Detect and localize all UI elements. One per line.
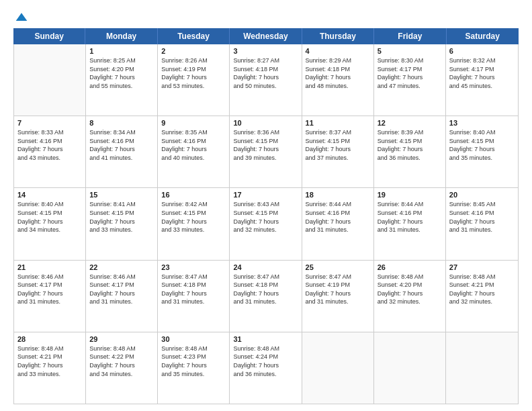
cal-cell: 21Sunrise: 8:46 AMSunset: 4:17 PMDayligh… [14, 261, 86, 332]
cal-cell: 11Sunrise: 8:37 AMSunset: 4:15 PMDayligh… [302, 116, 374, 187]
cal-cell: 6Sunrise: 8:32 AMSunset: 4:17 PMDaylight… [446, 44, 518, 116]
cell-info: Sunrise: 8:47 AMSunset: 4:19 PMDaylight:… [306, 273, 370, 306]
day-number: 20 [449, 191, 515, 199]
cell-info: Sunrise: 8:40 AMSunset: 4:15 PMDaylight:… [449, 128, 515, 162]
cell-info: Sunrise: 8:46 AMSunset: 4:17 PMDaylight:… [89, 273, 154, 306]
header-day-monday: Monday [85, 28, 157, 44]
day-number: 9 [161, 119, 226, 127]
day-number: 31 [233, 335, 298, 343]
header-day-thursday: Thursday [302, 28, 374, 44]
day-number: 14 [17, 191, 82, 199]
logo [13, 11, 28, 21]
week-row-3: 21Sunrise: 8:46 AMSunset: 4:17 PMDayligh… [14, 261, 518, 332]
cal-cell: 23Sunrise: 8:47 AMSunset: 4:18 PMDayligh… [158, 261, 230, 332]
day-number: 3 [233, 47, 298, 55]
week-row-1: 7Sunrise: 8:33 AMSunset: 4:16 PMDaylight… [14, 116, 518, 188]
cal-cell: 30Sunrise: 8:48 AMSunset: 4:23 PMDayligh… [158, 332, 230, 404]
cell-info: Sunrise: 8:34 AMSunset: 4:16 PMDaylight:… [89, 128, 154, 162]
week-row-2: 14Sunrise: 8:40 AMSunset: 4:15 PMDayligh… [14, 188, 518, 260]
cell-info: Sunrise: 8:25 AMSunset: 4:20 PMDaylight:… [89, 56, 154, 90]
day-number: 1 [89, 47, 154, 55]
cell-info: Sunrise: 8:42 AMSunset: 4:15 PMDaylight:… [161, 200, 226, 234]
cal-cell: 18Sunrise: 8:44 AMSunset: 4:16 PMDayligh… [302, 188, 374, 259]
day-number: 2 [161, 47, 226, 55]
cal-cell: 9Sunrise: 8:35 AMSunset: 4:16 PMDaylight… [158, 116, 230, 187]
cal-cell [374, 332, 446, 404]
day-number: 5 [378, 47, 442, 55]
cal-cell: 31Sunrise: 8:48 AMSunset: 4:24 PMDayligh… [230, 332, 302, 404]
cal-cell: 10Sunrise: 8:36 AMSunset: 4:15 PMDayligh… [230, 116, 302, 187]
cell-info: Sunrise: 8:47 AMSunset: 4:18 PMDaylight:… [233, 273, 298, 306]
day-number: 12 [378, 119, 442, 127]
day-number: 18 [306, 191, 370, 199]
header [13, 11, 519, 21]
header-day-wednesday: Wednesday [230, 28, 302, 44]
header-day-friday: Friday [374, 28, 446, 44]
cell-info: Sunrise: 8:48 AMSunset: 4:20 PMDaylight:… [378, 273, 442, 306]
day-number: 22 [89, 263, 154, 271]
header-day-tuesday: Tuesday [158, 28, 230, 44]
day-number: 11 [306, 119, 370, 127]
cal-cell: 8Sunrise: 8:34 AMSunset: 4:16 PMDaylight… [86, 116, 158, 187]
day-number: 19 [378, 191, 442, 199]
cell-info: Sunrise: 8:47 AMSunset: 4:18 PMDaylight:… [161, 273, 226, 306]
cal-cell: 7Sunrise: 8:33 AMSunset: 4:16 PMDaylight… [14, 116, 86, 187]
cal-cell: 15Sunrise: 8:41 AMSunset: 4:15 PMDayligh… [86, 188, 158, 259]
cal-cell: 2Sunrise: 8:26 AMSunset: 4:19 PMDaylight… [158, 44, 230, 116]
day-number: 21 [17, 263, 82, 271]
cell-info: Sunrise: 8:45 AMSunset: 4:16 PMDaylight:… [449, 200, 515, 234]
cell-info: Sunrise: 8:43 AMSunset: 4:15 PMDaylight:… [233, 200, 298, 234]
week-row-0: 1Sunrise: 8:25 AMSunset: 4:20 PMDaylight… [14, 44, 518, 116]
cell-info: Sunrise: 8:35 AMSunset: 4:16 PMDaylight:… [161, 128, 226, 162]
day-number: 8 [89, 119, 154, 127]
day-number: 16 [161, 191, 226, 199]
cell-info: Sunrise: 8:37 AMSunset: 4:15 PMDaylight:… [306, 128, 370, 162]
day-number: 15 [89, 191, 154, 199]
cal-cell: 25Sunrise: 8:47 AMSunset: 4:19 PMDayligh… [302, 261, 374, 332]
cal-cell [302, 332, 374, 404]
day-number: 17 [233, 191, 298, 199]
logo-icon [15, 11, 28, 24]
cal-cell [14, 44, 86, 116]
cell-info: Sunrise: 8:27 AMSunset: 4:18 PMDaylight:… [233, 56, 298, 90]
day-number: 26 [378, 263, 442, 271]
day-number: 30 [161, 335, 226, 343]
page: SundayMondayTuesdayWednesdayThursdayFrid… [0, 0, 532, 411]
cal-cell: 24Sunrise: 8:47 AMSunset: 4:18 PMDayligh… [230, 261, 302, 332]
day-number: 23 [161, 263, 226, 271]
cell-info: Sunrise: 8:48 AMSunset: 4:21 PMDaylight:… [449, 273, 515, 306]
cal-cell: 20Sunrise: 8:45 AMSunset: 4:16 PMDayligh… [446, 188, 518, 259]
cal-cell: 28Sunrise: 8:48 AMSunset: 4:21 PMDayligh… [14, 332, 86, 404]
cell-info: Sunrise: 8:44 AMSunset: 4:16 PMDaylight:… [306, 200, 370, 234]
cal-cell: 22Sunrise: 8:46 AMSunset: 4:17 PMDayligh… [86, 261, 158, 332]
cal-cell: 29Sunrise: 8:48 AMSunset: 4:22 PMDayligh… [86, 332, 158, 404]
cal-cell: 4Sunrise: 8:29 AMSunset: 4:18 PMDaylight… [302, 44, 374, 116]
cal-cell: 14Sunrise: 8:40 AMSunset: 4:15 PMDayligh… [14, 188, 86, 259]
day-number: 4 [306, 47, 370, 55]
cell-info: Sunrise: 8:30 AMSunset: 4:17 PMDaylight:… [378, 56, 442, 90]
cal-cell: 17Sunrise: 8:43 AMSunset: 4:15 PMDayligh… [230, 188, 302, 259]
cell-info: Sunrise: 8:48 AMSunset: 4:24 PMDaylight:… [233, 345, 298, 378]
cell-info: Sunrise: 8:46 AMSunset: 4:17 PMDaylight:… [17, 273, 82, 306]
cal-cell: 13Sunrise: 8:40 AMSunset: 4:15 PMDayligh… [446, 116, 518, 187]
cell-info: Sunrise: 8:39 AMSunset: 4:15 PMDaylight:… [378, 128, 442, 162]
calendar-body: 1Sunrise: 8:25 AMSunset: 4:20 PMDaylight… [13, 44, 519, 404]
day-number: 6 [449, 47, 515, 55]
cell-info: Sunrise: 8:29 AMSunset: 4:18 PMDaylight:… [306, 56, 370, 90]
day-number: 7 [17, 119, 82, 127]
svg-marker-0 [16, 13, 28, 21]
day-number: 13 [449, 119, 515, 127]
day-number: 29 [89, 335, 154, 343]
cell-info: Sunrise: 8:26 AMSunset: 4:19 PMDaylight:… [161, 56, 226, 90]
cell-info: Sunrise: 8:48 AMSunset: 4:21 PMDaylight:… [17, 345, 82, 378]
header-day-sunday: Sunday [13, 28, 85, 44]
cell-info: Sunrise: 8:44 AMSunset: 4:16 PMDaylight:… [378, 200, 442, 234]
cal-cell [446, 332, 518, 404]
day-number: 25 [306, 263, 370, 271]
day-number: 27 [449, 263, 515, 271]
cell-info: Sunrise: 8:41 AMSunset: 4:15 PMDaylight:… [89, 200, 154, 234]
cal-cell: 26Sunrise: 8:48 AMSunset: 4:20 PMDayligh… [374, 261, 446, 332]
cal-cell: 12Sunrise: 8:39 AMSunset: 4:15 PMDayligh… [374, 116, 446, 187]
day-number: 24 [233, 263, 298, 271]
cell-info: Sunrise: 8:32 AMSunset: 4:17 PMDaylight:… [449, 56, 515, 90]
